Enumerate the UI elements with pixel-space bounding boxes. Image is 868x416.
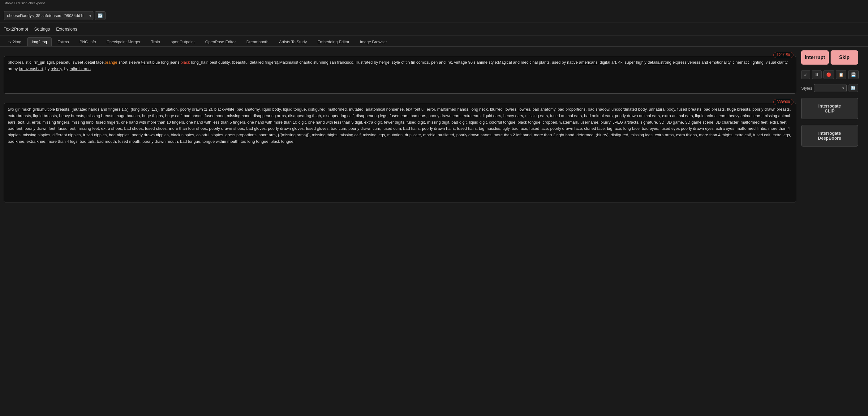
- tab-image-browser[interactable]: Image Browser: [355, 37, 391, 46]
- interrogate-clip-button[interactable]: Interrogate CLIP: [801, 98, 858, 119]
- right-panel: Interrupt Skip ↙ 🗑 🔴 📋 💾 Styles ▼ 🔄 Inte…: [796, 50, 858, 202]
- tab-openoutpaint[interactable]: openOutpaint: [166, 37, 199, 46]
- red-circle-button[interactable]: 🔴: [824, 70, 834, 79]
- prompt-text: multiple: [41, 107, 55, 111]
- nav-text2prompt[interactable]: Text2Prompt: [4, 25, 28, 33]
- prompt-text: much girls: [22, 107, 40, 111]
- tab-train[interactable]: Train: [146, 37, 164, 46]
- checkpoint-select[interactable]: cheeseDaddys_35.safetensors [98084dd1db]: [4, 11, 93, 20]
- prompt-text: relseiy: [51, 66, 62, 71]
- styles-label: Styles: [801, 86, 812, 91]
- styles-row: Styles ▼ 🔄: [801, 84, 858, 92]
- tab-png-info[interactable]: PNG Info: [75, 37, 100, 46]
- positive-token-counter: 121/150: [773, 52, 794, 58]
- tab-extras[interactable]: Extras: [53, 37, 73, 46]
- checkpoint-label: Stable Diffusion checkpoint: [4, 1, 45, 5]
- tab-openpose-editor[interactable]: OpenPose Editor: [200, 37, 240, 46]
- negative-prompt-display[interactable]: two girl,much girls,multiple breasts, (m…: [4, 103, 796, 202]
- icon-toolbar: ↙ 🗑 🔴 📋 💾: [801, 70, 858, 79]
- prompt-text: details: [647, 60, 659, 65]
- copy-button[interactable]: 📋: [836, 70, 846, 79]
- skip-button[interactable]: Skip: [831, 50, 858, 65]
- positive-prompt-display[interactable]: photorealistic, rrr_girl 1girl, peaceful…: [4, 56, 796, 93]
- prompt-text: krenz cushart: [19, 66, 43, 71]
- tab-img2img[interactable]: img2img: [27, 37, 52, 46]
- tab-checkpoint-merger[interactable]: Checkpoint Merger: [102, 37, 145, 46]
- tab-txt2img[interactable]: txt2img: [4, 37, 26, 46]
- checkpoint-refresh-button[interactable]: 🔄: [95, 11, 105, 20]
- styles-select[interactable]: [814, 84, 847, 92]
- nav-extensions[interactable]: Extensions: [56, 25, 77, 33]
- prompt-text: rrr_girl: [34, 60, 45, 65]
- tab-bar: txt2img img2img Extras PNG Info Checkpoi…: [0, 36, 868, 47]
- prompt-text: strong: [660, 60, 671, 65]
- positive-prompt-box: 121/150 photorealistic, rrr_girl 1girl, …: [4, 56, 796, 94]
- styles-select-wrapper: ▼: [814, 84, 847, 92]
- prompt-text: black: [181, 60, 190, 65]
- interrogate-deepbooru-button[interactable]: Interrogate DeepBooru: [801, 125, 858, 146]
- arrow-down-left-button[interactable]: ↙: [801, 70, 810, 79]
- styles-refresh-button[interactable]: 🔄: [848, 84, 858, 92]
- prompt-text: hergé: [379, 60, 390, 65]
- tab-dreambooth[interactable]: Dreambooth: [242, 37, 273, 46]
- action-buttons: Interrupt Skip: [801, 50, 858, 65]
- trash-button[interactable]: 🗑: [812, 70, 822, 79]
- tab-artists-to-study[interactable]: Artists To Study: [274, 37, 311, 46]
- prompt-text: miho hirano: [70, 66, 91, 71]
- prompt-text: americans: [579, 60, 597, 65]
- prompt-text: lowres: [519, 107, 530, 111]
- tab-embedding-editor[interactable]: Embedding Editor: [313, 37, 354, 46]
- negative-prompt-box: 838/900 two girl,much girls,multiple bre…: [4, 103, 796, 202]
- top-navigation: Text2Prompt Settings Extensions: [0, 23, 868, 36]
- prompt-text: blue: [153, 60, 160, 65]
- negative-token-counter: 838/900: [773, 99, 794, 105]
- nav-settings[interactable]: Settings: [34, 25, 50, 33]
- prompt-text: t-shirt: [141, 60, 151, 65]
- interrupt-button[interactable]: Interrupt: [801, 50, 829, 65]
- save-button[interactable]: 💾: [848, 70, 859, 79]
- prompt-text: orange: [105, 60, 117, 65]
